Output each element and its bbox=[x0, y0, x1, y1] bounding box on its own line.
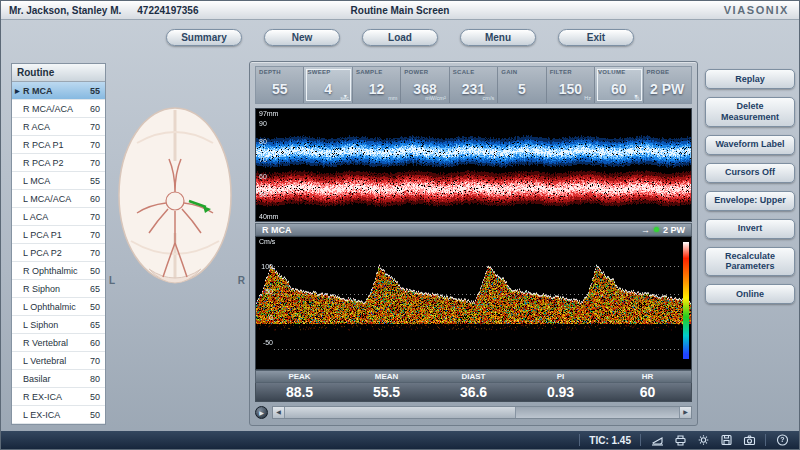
mmode-depth-max: 97mm bbox=[259, 110, 278, 117]
vessel-depth: 70 bbox=[85, 230, 100, 240]
vessel-list: R MCA 55 R MCA/ACA 60 R ACA 70 R PCA P1 … bbox=[12, 82, 105, 424]
vessel-depth: 50 bbox=[85, 302, 100, 312]
param-cell[interactable]: SCALE 231 cm/s bbox=[450, 67, 498, 103]
vessel-label: R MCA/ACA bbox=[23, 104, 85, 114]
mmode-tick-label: 60 bbox=[259, 173, 267, 180]
footswitch-icon[interactable] bbox=[650, 434, 664, 447]
vessel-row[interactable]: R Ophthalmic 50 bbox=[12, 262, 105, 280]
delete-measurement-button[interactable]: Delete Measurement bbox=[705, 97, 795, 127]
brain-diagram[interactable]: L R bbox=[105, 93, 245, 308]
scrollbar-thumb[interactable] bbox=[285, 407, 516, 418]
vessel-row[interactable]: L PCA P2 70 bbox=[12, 244, 105, 262]
vessel-label: R PCA P1 bbox=[23, 140, 85, 150]
velocity-unit-label: Cm/s bbox=[259, 238, 275, 245]
vessel-label: L ACA bbox=[23, 212, 85, 222]
vessel-label: L Ophthalmic bbox=[23, 302, 85, 312]
statusbar-separator bbox=[765, 434, 766, 446]
measurement-value: 60 bbox=[604, 383, 691, 401]
exit-button[interactable]: Exit bbox=[558, 29, 634, 46]
param-cell[interactable]: DEPTH 55 bbox=[256, 67, 304, 103]
param-cell[interactable]: VOLUME 60 % bbox=[595, 67, 643, 103]
envelope-upper-button[interactable]: Envelope: Upper bbox=[705, 191, 795, 211]
param-cell[interactable]: SWEEP 4 sec bbox=[304, 67, 352, 103]
vessel-depth: 70 bbox=[85, 122, 100, 132]
waveform-label-button[interactable]: Waveform Label bbox=[705, 135, 795, 155]
mmode-tick-label: 90 bbox=[259, 119, 267, 126]
vessel-row[interactable]: L PCA P1 70 bbox=[12, 226, 105, 244]
replay-button[interactable]: Replay bbox=[705, 69, 795, 89]
param-name: PROBE bbox=[647, 69, 670, 75]
vessel-depth: 60 bbox=[85, 194, 100, 204]
scroll-right-arrow-icon[interactable] bbox=[679, 407, 691, 418]
param-unit: mW/cm² bbox=[425, 95, 445, 101]
vessel-row[interactable]: R ACA 70 bbox=[12, 118, 105, 136]
vessel-label: L MCA/ACA bbox=[23, 194, 85, 204]
vessel-row[interactable]: L Ophthalmic 50 bbox=[12, 298, 105, 316]
invert-button[interactable]: Invert bbox=[705, 219, 795, 239]
vessel-label: L EX-ICA bbox=[23, 410, 85, 420]
param-name: DEPTH bbox=[259, 69, 281, 75]
vessel-depth: 60 bbox=[85, 338, 100, 348]
archive-icon[interactable] bbox=[719, 434, 733, 447]
vessel-row[interactable]: R PCA P2 70 bbox=[12, 154, 105, 172]
vessel-row[interactable]: L Vertebral 70 bbox=[12, 352, 105, 370]
cursors-off-button[interactable]: Cursors Off bbox=[705, 163, 795, 183]
mmode-tick-label: 80 bbox=[259, 137, 267, 144]
play-button[interactable] bbox=[255, 406, 268, 419]
param-cell[interactable]: GAIN 5 bbox=[498, 67, 546, 103]
svg-text:?: ? bbox=[780, 436, 784, 443]
measurement-label: DIAST bbox=[430, 371, 517, 382]
vessel-row[interactable]: L MCA/ACA 60 bbox=[12, 190, 105, 208]
online-button[interactable]: Online bbox=[705, 284, 795, 304]
spectrum-vessel-title: R MCA bbox=[262, 225, 292, 235]
spectrum-canvas[interactable] bbox=[256, 237, 691, 369]
velocity-tick-label: 0 bbox=[257, 313, 273, 320]
mmode-canvas[interactable] bbox=[256, 109, 691, 221]
vessel-row[interactable]: R Vertebral 60 bbox=[12, 334, 105, 352]
measurement-value: 36.6 bbox=[430, 383, 517, 401]
menu-button[interactable]: Menu bbox=[460, 29, 536, 46]
brain-illustration bbox=[105, 93, 245, 308]
vessel-row[interactable]: L EX-ICA 50 bbox=[12, 406, 105, 424]
param-cell[interactable]: SAMPLE 12 mm bbox=[353, 67, 401, 103]
printer-icon[interactable] bbox=[673, 434, 687, 447]
statusbar-separator bbox=[579, 434, 580, 446]
velocity-ticks: 100500-50 bbox=[257, 266, 273, 349]
param-value: 150 bbox=[559, 81, 582, 97]
velocity-tick-label: 50 bbox=[257, 288, 273, 295]
help-icon[interactable]: ? bbox=[775, 434, 789, 447]
load-button[interactable]: Load bbox=[362, 29, 438, 46]
gear-icon[interactable] bbox=[696, 434, 710, 447]
recalculate-parameters-button[interactable]: Recalculate Parameters bbox=[705, 247, 795, 277]
new-button[interactable]: New bbox=[264, 29, 340, 46]
vessel-depth: 80 bbox=[85, 374, 100, 384]
vessel-row[interactable]: L ACA 70 bbox=[12, 208, 105, 226]
vessel-row[interactable]: R MCA 55 bbox=[12, 82, 105, 100]
vessel-depth: 50 bbox=[85, 266, 100, 276]
param-value: 4 bbox=[324, 81, 332, 97]
param-cell[interactable]: POWER 368 mW/cm² bbox=[401, 67, 449, 103]
param-unit: mm bbox=[388, 95, 397, 101]
vessel-row[interactable]: R EX-ICA 50 bbox=[12, 388, 105, 406]
mmode-depth-min: 40mm bbox=[259, 213, 278, 220]
vessel-depth: 50 bbox=[85, 392, 100, 402]
vessel-row[interactable]: Basilar 80 bbox=[12, 370, 105, 388]
param-cell[interactable]: FILTER 150 Hz bbox=[547, 67, 595, 103]
vessel-row[interactable]: R Siphon 65 bbox=[12, 280, 105, 298]
vessel-row[interactable]: R MCA/ACA 60 bbox=[12, 100, 105, 118]
vessel-row[interactable]: R PCA P1 70 bbox=[12, 136, 105, 154]
param-cell[interactable]: PROBE 2 PW bbox=[644, 67, 691, 103]
measurement-value: 0.93 bbox=[517, 383, 604, 401]
side-action-panel: ReplayDelete MeasurementWaveform LabelCu… bbox=[705, 69, 795, 304]
vessel-row[interactable]: L MCA 55 bbox=[12, 172, 105, 190]
vessel-depth: 65 bbox=[85, 320, 100, 330]
summary-button[interactable]: Summary bbox=[166, 29, 242, 46]
vessel-row[interactable]: L Siphon 65 bbox=[12, 316, 105, 334]
camera-icon[interactable] bbox=[742, 434, 756, 447]
timeline-scrollbar[interactable] bbox=[272, 406, 692, 419]
scroll-left-arrow-icon[interactable] bbox=[273, 407, 285, 418]
display-frame: DEPTH 55 SWEEP 4 sec SAMPLE 12 mm POWER … bbox=[249, 61, 698, 426]
param-unit: Hz bbox=[584, 95, 591, 101]
vessel-label: L PCA P1 bbox=[23, 230, 85, 240]
param-name: SCALE bbox=[453, 69, 475, 75]
